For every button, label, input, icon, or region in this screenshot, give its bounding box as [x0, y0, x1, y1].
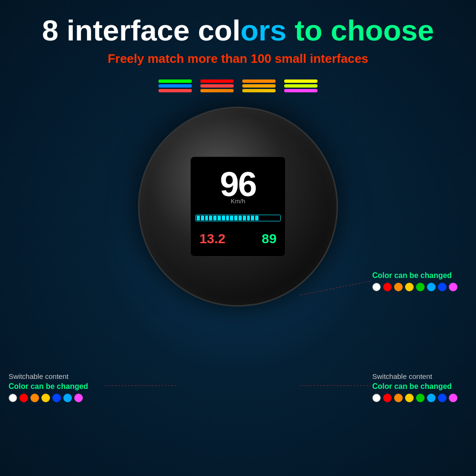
bottom-right-color-label: Color can be changed: [372, 382, 467, 391]
top-right-color-label: Color can be changed: [372, 271, 467, 280]
device-container: 96 Km/h: [138, 107, 338, 307]
dot-red: [383, 283, 392, 291]
seg: [226, 216, 229, 220]
seg: [259, 216, 263, 220]
dot-green: [416, 283, 425, 291]
main-title: 8 interface colors to choose: [0, 14, 476, 47]
seg: [264, 216, 267, 220]
title-part1: 8 interface col: [42, 14, 240, 47]
seg: [197, 216, 200, 220]
seg: [268, 216, 271, 220]
subtitle: Freely match more than 100 small interfa…: [0, 51, 476, 66]
color-stripes-row: [0, 79, 476, 92]
seg: [251, 216, 254, 220]
dot-blue: [52, 394, 61, 402]
seg: [213, 216, 217, 220]
stripe-group-1: [159, 79, 192, 92]
dot-cyan: [63, 394, 72, 402]
seg: [222, 216, 225, 220]
dot-orange: [30, 394, 39, 402]
title-colors-word: ors: [240, 14, 286, 47]
bottom-right-value: 89: [262, 231, 277, 247]
stripe: [284, 79, 317, 83]
stripe: [242, 79, 276, 83]
dot-yellow: [405, 394, 414, 402]
stripe: [200, 79, 234, 83]
seg: [218, 216, 221, 220]
dot-pink: [449, 394, 457, 402]
title-section: 8 interface colors to choose Freely matc…: [0, 0, 476, 66]
seg: [255, 216, 258, 220]
stripe: [242, 89, 276, 92]
stripe: [200, 89, 234, 92]
stripe: [200, 84, 234, 88]
top-right-annotation: Color can be changed: [372, 271, 467, 291]
stripe-group-3: [242, 79, 276, 92]
bottom-right-dots: [372, 394, 467, 402]
seg: [272, 216, 275, 220]
dot-blue: [438, 283, 446, 291]
title-to-choose: to choose: [287, 14, 434, 47]
dot-blue: [438, 394, 446, 402]
dot-white: [372, 283, 381, 291]
bottom-left-switch-label: Switchable content: [9, 372, 104, 380]
stripe: [159, 89, 192, 92]
bottom-right-annotation: Switchable content Color can be changed: [372, 372, 467, 402]
seg: [201, 216, 204, 220]
dot-cyan: [427, 394, 436, 402]
dot-white: [372, 394, 381, 402]
dot-pink: [74, 394, 83, 402]
speed-display: 96: [220, 167, 256, 201]
dot-cyan: [427, 283, 436, 291]
seg: [238, 216, 242, 220]
stripe: [242, 84, 276, 88]
seg: [247, 216, 250, 220]
dot-orange: [394, 283, 403, 291]
dot-yellow: [405, 283, 414, 291]
speed-unit: Km/h: [231, 198, 245, 205]
dot-pink: [449, 283, 457, 291]
top-right-dots: [372, 283, 467, 291]
bottom-left-annotation: Switchable content Color can be changed: [9, 372, 104, 402]
dot-red: [20, 394, 28, 402]
seg: [209, 216, 212, 220]
dot-green: [416, 394, 425, 402]
stripe-group-4: [284, 79, 317, 92]
stripe: [159, 79, 192, 83]
stripe: [284, 84, 317, 88]
bottom-left-color-label: Color can be changed: [9, 382, 104, 391]
dot-white: [9, 394, 17, 402]
device-outer: 96 Km/h: [138, 107, 338, 307]
seg: [205, 216, 208, 220]
progress-bar: [195, 215, 281, 221]
dot-yellow: [41, 394, 50, 402]
seg: [234, 216, 238, 220]
seg: [276, 216, 279, 220]
stripe-group-2: [200, 79, 234, 92]
bottom-left-value: 13.2: [199, 231, 226, 247]
bottom-left-dots: [9, 394, 104, 402]
seg: [243, 216, 246, 220]
seg: [230, 216, 233, 220]
stripe: [284, 89, 317, 92]
dot-orange: [394, 394, 403, 402]
device-screen: 96 Km/h: [190, 157, 286, 257]
bottom-right-switch-label: Switchable content: [372, 372, 467, 380]
stripe: [159, 84, 192, 88]
dot-red: [383, 394, 392, 402]
bottom-values: 13.2 89: [195, 231, 281, 247]
